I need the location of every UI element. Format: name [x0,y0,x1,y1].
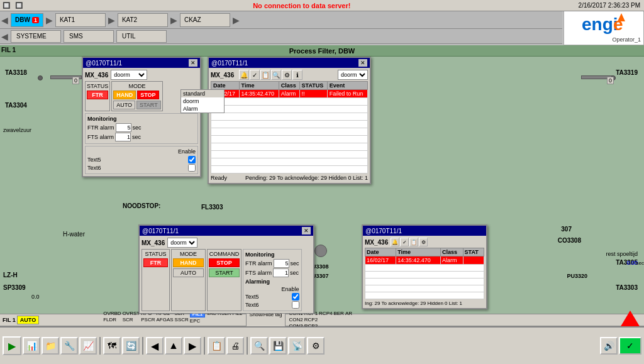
nav-arrow-1[interactable]: ▶ [46,15,53,25]
btn-start-1[interactable]: START [136,101,161,109]
d4-col-date: Date [365,248,396,256]
afgas-label: AFGAS [156,317,173,323]
toolbar-icon-6[interactable]: ℹ [292,70,303,80]
dialog-4-titlebar[interactable]: @0170T11/1 [363,226,486,236]
alarm-table-1: Date Time Class STATUS Event 16/02/17 14… [211,81,368,174]
text5-label-3: Text5 [245,294,259,300]
col-status: STATUS [299,82,327,90]
btn-auto-3[interactable]: AUTO [173,268,204,277]
dialog-2-title: @0170T11/1 [211,60,248,67]
dialog-1-id: MX_436 [85,72,108,79]
toolbar-btn-1[interactable]: 📊 [23,337,40,355]
toolbar-btn-4[interactable]: 📈 [79,337,97,355]
toolbar-btn-right-1[interactable]: 🔊 [600,337,618,355]
col-event: Event [327,82,367,90]
val-0-1: 0 [72,77,79,84]
nav-left-btn[interactable]: ◀ [146,337,164,355]
ar-label: AR [345,311,352,316]
nav-arrow-3[interactable]: ▶ [170,15,177,25]
d4-alarm-row[interactable]: 16/02/17 14:35:42.470 Alarm [365,256,484,265]
toolbar-btn-9[interactable]: 🔍 [250,337,268,355]
nav2-left-arrow[interactable]: ◀ [1,31,8,41]
monitoring-label-1: Monitoring [87,116,196,122]
toolbar-btn-7[interactable]: 📋 [208,337,225,355]
toolbar-btn-6[interactable]: 🔄 [122,337,140,355]
ta3319-label: TA3319 [616,69,638,76]
dialog-3-dropdown[interactable]: doorm [167,238,197,248]
text5-checkbox-1[interactable] [188,156,196,163]
ftr-alarm-label-1: FTR alarm [87,124,114,131]
nav-arrow-4[interactable]: ▶ [233,15,240,25]
nav-left-arrow[interactable]: ◀ [1,15,8,25]
zwavelzuur-label: zwavelzuur [3,127,31,133]
btn-auto-1[interactable]: AUTO [113,101,135,109]
text6-cb-3[interactable] [292,301,299,309]
toolbar-btn-3[interactable]: 🔧 [60,337,78,355]
fts-alarm-input-3[interactable] [273,268,289,277]
d4-icon-4[interactable]: ⚙ [419,238,428,246]
dbw-badge: 1 [32,17,39,23]
toolbar-icon-5[interactable]: ⚙ [282,70,292,80]
btn-stop-3[interactable]: STOP [209,258,240,267]
fil1-area-label: FIL 1 [1,47,16,53]
toolbar-icon-3[interactable]: 📋 [260,70,270,80]
nav-item-kat1[interactable]: KAT1 [55,13,106,27]
option-doorm[interactable]: doorm [181,97,224,105]
sp3309-label: SP3309 [3,284,26,291]
option-alarm[interactable]: Alarm [181,105,224,113]
toolbar-icon-2[interactable]: ✓ [250,70,260,80]
dialog-3-titlebar[interactable]: @0170T11/1 ✕ [140,226,313,236]
nav2-item-sms[interactable]: SMS [64,30,114,43]
epc-label: EPC [190,318,205,324]
btn-stop-1[interactable]: STOP [137,91,158,99]
nav-item-kat2[interactable]: KAT2 [118,13,168,27]
nav-item-ckaz[interactable]: CKAZ [180,13,230,27]
mode-col-label-3: MODE [173,251,204,257]
ftr-alarm-input-3[interactable] [274,259,289,268]
d4-icon-2[interactable]: ✓ [400,238,409,246]
scr-label: SCR [123,317,140,323]
dialog-3-close[interactable]: ✕ [302,227,311,234]
d4-icon-1[interactable]: 🔔 [391,238,399,246]
toolbar-btn-11[interactable]: 📡 [288,337,306,355]
dialog-3-title: @0170T11/1 [142,228,179,234]
toolbar-btn-10[interactable]: 💾 [269,337,287,355]
dialog-1-close[interactable]: ✕ [189,59,197,67]
btn-start-3[interactable]: START [209,268,240,277]
alarm-table-2: Date Time Class STAT 16/02/17 14:35:42.4… [365,248,484,299]
d4-icon-3[interactable]: 📋 [409,238,418,246]
text6-checkbox-1[interactable] [188,164,196,172]
con2-label: CON2 [289,317,303,323]
btn-hand-1[interactable]: HAND [113,91,136,99]
toolbar-btn-12[interactable]: ⚙ [307,337,325,355]
ovrbd-label: OVRBD [103,311,121,316]
toolbar-btn-5[interactable]: 🗺 [103,337,121,355]
auto-status-btn[interactable]: AUTO [17,316,39,324]
fts-alarm-input-1[interactable] [115,133,131,141]
toolbar-btn-8[interactable]: 🖨 [226,337,244,355]
nav-up-btn[interactable]: ▲ [165,337,182,355]
play-button[interactable]: ▶ [3,336,21,355]
d4-pending: Ing: 29 To acknowledge: 29 Hidden 0 List… [365,301,484,306]
dialog-1-titlebar[interactable]: @0170T11/1 ✕ [83,58,200,68]
dialog-1-dropdown[interactable]: standard doorm Alarm [111,70,147,80]
dialog-2-titlebar[interactable]: @0170T11/1 ✕ [209,58,370,68]
btn-ftr-1[interactable]: FTR [87,91,108,99]
nav-right-btn[interactable]: ▶ [184,337,201,355]
option-standard[interactable]: standard [181,90,224,97]
toolbar-icon-1[interactable]: 🔔 [239,70,249,80]
toolbar-icon-4[interactable]: 🔍 [271,70,281,80]
nav-arrow-2[interactable]: ▶ [108,15,115,25]
dialog-2-dropdown[interactable]: doorm [338,70,368,80]
toolbar-btn-2[interactable]: 📁 [42,337,59,355]
nav2-item-util[interactable]: UTIL [116,30,167,43]
btn-ftr-3[interactable]: FTR [143,258,168,267]
nav-item-dbw[interactable]: DBW 1 [11,13,43,27]
text5-cb-3[interactable] [292,293,299,301]
ftr-alarm-input-1[interactable] [116,123,131,132]
dialog-2-close[interactable]: ✕ [358,59,367,67]
nav2-item-systeme[interactable]: SYSTEME [11,30,61,43]
alarm-row-1[interactable]: 16/02/17 14:35:42.470 Alarm !! Failed to… [211,90,368,98]
btn-hand-3[interactable]: HAND [173,258,204,267]
toolbar-btn-right-2[interactable]: ✓ [619,337,641,355]
